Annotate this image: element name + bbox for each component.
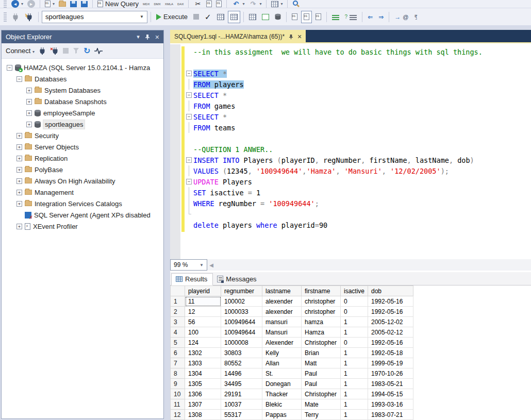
fold-collapse-icon[interactable]: − xyxy=(186,179,192,184)
dmx-query-button[interactable]: DMX xyxy=(153,0,161,8)
code-line[interactable] xyxy=(185,209,531,220)
xmla-query-button[interactable]: XMLA xyxy=(164,0,174,8)
window-position-icon[interactable]: ▾ xyxy=(137,33,140,40)
activity-monitor-icon[interactable] xyxy=(94,48,103,54)
toolbar-overflow-button[interactable]: ₹̱ xyxy=(412,11,419,23)
code-line[interactable]: −INSERT INTO Players (playerID, regNumbe… xyxy=(185,155,531,165)
row-header[interactable]: 11 xyxy=(171,399,185,410)
cell-dob[interactable]: 1992-05-16 xyxy=(368,307,413,317)
save-all-button[interactable] xyxy=(80,0,89,8)
cell-regnumber[interactable]: 100949644 xyxy=(221,317,262,327)
expand-icon[interactable]: + xyxy=(26,122,32,127)
column-header-firstname[interactable]: firstname xyxy=(302,286,341,296)
expand-icon[interactable]: + xyxy=(16,178,22,184)
cell-playerid[interactable]: 1305 xyxy=(185,379,221,389)
expand-icon[interactable]: + xyxy=(16,201,22,207)
expand-icon[interactable]: + xyxy=(16,167,22,173)
expand-icon[interactable]: + xyxy=(16,144,22,150)
client-statistics-button[interactable] xyxy=(273,11,283,23)
find-button[interactable] xyxy=(291,0,301,8)
column-header-isactive[interactable]: isactive xyxy=(341,286,368,296)
connect-button[interactable]: Connect ▾ xyxy=(6,47,35,55)
tab-results[interactable]: Results xyxy=(171,273,213,285)
expand-icon[interactable]: + xyxy=(26,110,32,116)
cell-lastname[interactable]: Thacker xyxy=(262,389,302,399)
cell-firstname[interactable]: Mate xyxy=(302,399,341,410)
zoom-selector[interactable]: 99 % ▼ xyxy=(170,259,207,271)
fold-collapse-icon[interactable]: − xyxy=(186,157,192,163)
cell-isactive[interactable]: 1 xyxy=(341,317,368,327)
cell-regnumber[interactable]: 30803 xyxy=(221,348,262,358)
document-tab[interactable]: SQLQuery1.sql -...HAMZA\hamza (65))* × xyxy=(170,30,306,43)
column-header-lastname[interactable]: lastname xyxy=(262,286,302,296)
debug-options-button[interactable]: ▾ xyxy=(270,0,284,8)
cell-regnumber[interactable]: 100949644 xyxy=(221,327,262,338)
new-query-button[interactable]: New Query xyxy=(96,0,140,8)
cell-regnumber[interactable]: 55317 xyxy=(221,410,262,420)
refresh-icon[interactable]: ↻ xyxy=(84,46,90,56)
cell-regnumber[interactable]: 1000008 xyxy=(221,338,262,348)
breakpoint-margin[interactable] xyxy=(170,44,180,259)
navigate-forward-button[interactable]: ▸ xyxy=(26,0,36,8)
code-line[interactable]: WHERE regNumber = '100949644'; xyxy=(185,198,531,209)
database-selector[interactable]: sportleagues ▼ xyxy=(42,11,147,23)
cell-isactive[interactable]: 1 xyxy=(341,399,368,410)
cell-firstname[interactable]: Christopher xyxy=(302,338,341,348)
row-header[interactable]: 12 xyxy=(171,410,185,420)
pin-icon[interactable] xyxy=(145,34,150,40)
cell-firstname[interactable]: christopher xyxy=(302,296,341,307)
collapse-icon[interactable]: − xyxy=(7,65,12,71)
tab-messages[interactable]: Messages xyxy=(213,274,261,285)
cell-lastname[interactable]: alexender xyxy=(262,296,302,307)
column-header-dob[interactable]: dob xyxy=(368,286,413,296)
connect-plug-icon[interactable] xyxy=(39,47,46,55)
results-to-file-button[interactable] xyxy=(313,11,323,23)
cell-playerid[interactable]: 1303 xyxy=(185,358,221,368)
cell-playerid[interactable]: 124 xyxy=(185,338,221,348)
cell-lastname[interactable]: Allan xyxy=(262,358,302,368)
tree-item-xevent-profiler[interactable]: +XEvent Profiler xyxy=(2,221,163,232)
cell-dob[interactable]: 1993-03-16 xyxy=(368,399,413,410)
cell-firstname[interactable]: Terry xyxy=(302,410,341,420)
cell-lastname[interactable]: Donegan xyxy=(262,379,302,389)
code-line[interactable]: SET isactive = 1 xyxy=(185,187,531,198)
cell-lastname[interactable]: Blekic xyxy=(262,399,302,410)
cell-isactive[interactable]: 1 xyxy=(341,410,368,420)
cell-isactive[interactable]: 1 xyxy=(341,348,368,358)
cancel-query-button[interactable] xyxy=(191,11,201,23)
cell-lastname[interactable]: Alexender xyxy=(262,338,302,348)
cell-dob[interactable]: 1999-05-19 xyxy=(368,358,413,368)
cell-regnumber[interactable]: 14496 xyxy=(221,368,262,379)
close-icon[interactable]: × xyxy=(155,33,159,41)
column-header-regnumber[interactable]: regnumber xyxy=(221,286,262,296)
tree-item-sportleagues-db[interactable]: +sportleagues xyxy=(2,119,163,130)
collapse-icon[interactable]: − xyxy=(16,76,22,82)
cell-lastname[interactable]: mansuri xyxy=(262,317,302,327)
scroll-left-icon[interactable]: ◀ xyxy=(207,262,215,268)
uncomment-button[interactable]: ? xyxy=(343,11,359,23)
cell-dob[interactable]: 1994-05-15 xyxy=(368,389,413,399)
cell-playerid[interactable]: 1308 xyxy=(185,410,221,420)
expand-icon[interactable]: + xyxy=(16,156,22,161)
cell-isactive[interactable]: 0 xyxy=(341,296,368,307)
cell-firstname[interactable]: christopher xyxy=(302,307,341,317)
expand-icon[interactable]: + xyxy=(26,88,32,93)
connect-db-button[interactable] xyxy=(10,11,21,23)
cell-firstname[interactable]: Paul xyxy=(302,379,341,389)
cell-dob[interactable]: 2005-02-12 xyxy=(368,327,413,338)
cell-dob[interactable]: 2005-12-02 xyxy=(368,317,413,327)
cell-playerid[interactable]: 1302 xyxy=(185,348,221,358)
display-estimated-plan-button[interactable] xyxy=(215,11,226,23)
code-line[interactable]: −SELECT * xyxy=(185,90,531,100)
cell-firstname[interactable]: Brian xyxy=(302,348,341,358)
cut-button[interactable]: ✂ xyxy=(192,0,203,8)
code-line[interactable] xyxy=(185,133,531,144)
object-explorer-titlebar[interactable]: Object Explorer ▾ × xyxy=(2,30,163,43)
tree-item-management-folder[interactable]: +Management xyxy=(2,187,163,198)
execute-button[interactable]: Execute xyxy=(154,11,190,23)
cell-dob[interactable]: 1992-05-16 xyxy=(368,296,413,307)
tree-item-server-objects-folder[interactable]: +Server Objects xyxy=(2,141,163,153)
save-button[interactable] xyxy=(69,0,78,8)
tree-item-sql-server-agent[interactable]: SQL Server Agent (Agent XPs disabled xyxy=(2,209,163,221)
cell-lastname[interactable]: St. xyxy=(262,368,302,379)
